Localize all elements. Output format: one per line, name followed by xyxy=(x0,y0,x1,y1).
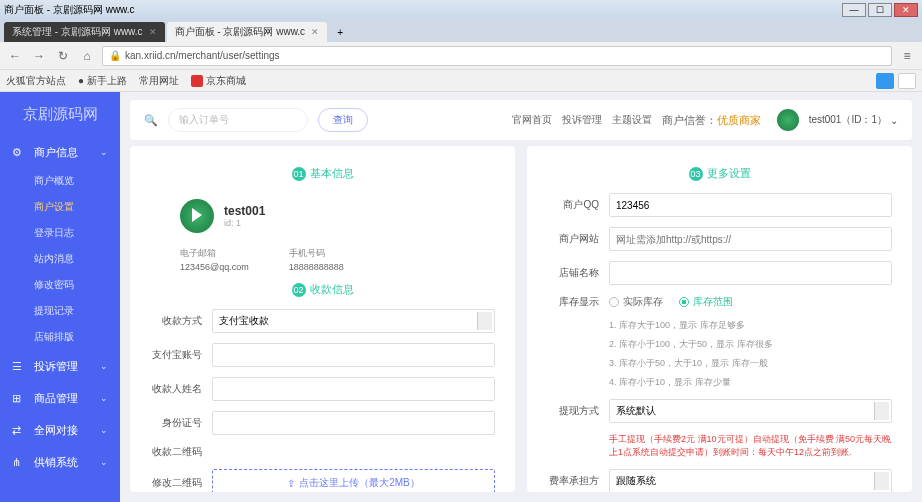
chevron-down-icon: ⌄ xyxy=(890,115,898,126)
sidebar-item-settings[interactable]: 商户设置 xyxy=(0,194,120,220)
reload-button[interactable]: ↻ xyxy=(54,47,72,65)
phone-label: 手机号码 xyxy=(289,247,344,260)
jd-icon xyxy=(191,75,203,87)
list-icon: ☰ xyxy=(12,360,26,373)
ext-badge[interactable] xyxy=(898,73,916,89)
idcard-input[interactable] xyxy=(212,411,495,435)
sidebar: 京剧源码网 ⚙商户信息⌄ 商户概览 商户设置 登录日志 站内消息 修改密码 提现… xyxy=(0,92,120,502)
section-title-more: 03更多设置 xyxy=(547,166,892,181)
radio-stock-range[interactable]: 库存范围 xyxy=(679,295,733,309)
sidebar-group-supply[interactable]: ⋔供销系统⌄ xyxy=(0,446,120,478)
idcard-label: 身份证号 xyxy=(150,416,202,430)
sidebar-item-messages[interactable]: 站内消息 xyxy=(0,246,120,272)
window-title: 商户面板 - 京剧源码网 www.c xyxy=(4,3,135,17)
section-title-basic: 01基本信息 xyxy=(150,166,495,181)
shopname-input[interactable] xyxy=(609,261,892,285)
window-max-button[interactable]: ☐ xyxy=(868,3,892,17)
bookmark-bar: 火狐官方站点 ●新手上路 常用网址 京东商城 xyxy=(0,70,922,92)
bookmark-item[interactable]: ●新手上路 xyxy=(78,74,127,88)
sidebar-item-withdraw-log[interactable]: 提现记录 xyxy=(0,298,120,324)
user-menu[interactable]: test001（ID：1）⌄ xyxy=(809,113,898,127)
sidebar-item-login-log[interactable]: 登录日志 xyxy=(0,220,120,246)
search-icon: 🔍 xyxy=(144,114,158,127)
avatar[interactable] xyxy=(777,109,799,131)
pay-type-select[interactable]: 支付宝收款 xyxy=(212,309,495,333)
alipay-input[interactable] xyxy=(212,343,495,367)
browser-address-bar: ← → ↻ ⌂ 🔒 kan.xriid.cn/merchant/user/set… xyxy=(0,42,922,70)
toplink-complaints[interactable]: 投诉管理 xyxy=(562,113,602,127)
alipay-label: 支付宝账号 xyxy=(150,348,202,362)
feeside-select[interactable]: 跟随系统 xyxy=(609,469,892,492)
tab-close-icon[interactable]: ✕ xyxy=(149,27,157,37)
chevron-down-icon: ⌄ xyxy=(100,425,108,435)
order-search-input[interactable]: 输入订单号 xyxy=(168,108,308,132)
url-input[interactable]: 🔒 kan.xriid.cn/merchant/user/settings xyxy=(102,46,892,66)
tab-title: 商户面板 - 京剧源码网 www.c xyxy=(175,25,306,39)
stock-display-radio-group: 实际库存 库存范围 xyxy=(609,295,892,309)
withdraw-label: 提现方式 xyxy=(547,404,599,418)
sidebar-group-complaints[interactable]: ☰投诉管理⌄ xyxy=(0,350,120,382)
sidebar-group-merchant-info[interactable]: ⚙商户信息⌄ xyxy=(0,136,120,168)
browser-tab[interactable]: 商户面板 - 京剧源码网 www.c ✕ xyxy=(167,22,328,42)
payee-input[interactable] xyxy=(212,377,495,401)
chevron-down-icon: ⌄ xyxy=(100,457,108,467)
browser-tabbar: 系统管理 - 京剧源码网 www.c ✕ 商户面板 - 京剧源码网 www.c … xyxy=(0,20,922,42)
chevron-down-icon: ⌄ xyxy=(100,393,108,403)
withdraw-select[interactable]: 系统默认 xyxy=(609,399,892,423)
site-input[interactable] xyxy=(609,227,892,251)
ext-badge[interactable] xyxy=(876,73,894,89)
home-button[interactable]: ⌂ xyxy=(78,47,96,65)
sidebar-group-integration[interactable]: ⇄全网对接⌄ xyxy=(0,414,120,446)
bookmark-item[interactable]: 常用网址 xyxy=(139,74,179,88)
qr-upload-button[interactable]: ⇪点击这里上传（最大2MB） xyxy=(212,469,495,492)
email-label: 电子邮箱 xyxy=(180,247,249,260)
window-close-button[interactable]: ✕ xyxy=(894,3,918,17)
menu-button[interactable]: ≡ xyxy=(898,47,916,65)
stock-rule: 2. 库存小于100，大于50，显示 库存很多 xyxy=(609,338,892,351)
merchant-logo xyxy=(180,199,214,233)
toplink-home[interactable]: 官网首页 xyxy=(512,113,552,127)
qq-label: 商户QQ xyxy=(547,198,599,212)
forward-button[interactable]: → xyxy=(30,47,48,65)
query-button[interactable]: 查询 xyxy=(318,108,368,132)
section-title-payment: 02收款信息 xyxy=(150,282,495,297)
stock-rule: 3. 库存小于50，大于10，显示 库存一般 xyxy=(609,357,892,370)
email-value: 123456@qq.com xyxy=(180,262,249,272)
sidebar-item-shop-layout[interactable]: 店铺排版 xyxy=(0,324,120,350)
chevron-down-icon: ⌄ xyxy=(100,147,108,157)
sidebar-group-products[interactable]: ⊞商品管理⌄ xyxy=(0,382,120,414)
tab-title: 系统管理 - 京剧源码网 www.c xyxy=(12,25,143,39)
phone-value: 18888888888 xyxy=(289,262,344,272)
back-button[interactable]: ← xyxy=(6,47,24,65)
sidebar-item-password[interactable]: 修改密码 xyxy=(0,272,120,298)
credit-display: 商户信誉：优质商家 xyxy=(662,113,761,128)
site-logo: 京剧源码网 xyxy=(0,92,120,136)
window-min-button[interactable]: — xyxy=(842,3,866,17)
stock-rule: 1. 库存大于100，显示 库存足够多 xyxy=(609,319,892,332)
merchant-id: id: 1 xyxy=(224,218,265,228)
radio-actual-stock[interactable]: 实际库存 xyxy=(609,295,663,309)
sidebar-item-overview[interactable]: 商户概览 xyxy=(0,168,120,194)
upload-icon: ⇪ xyxy=(287,478,295,489)
lock-icon: 🔒 xyxy=(109,50,121,61)
qq-input[interactable] xyxy=(609,193,892,217)
payee-label: 收款人姓名 xyxy=(150,382,202,396)
bookmark-item[interactable]: 京东商城 xyxy=(191,74,246,88)
fork-icon: ⋔ xyxy=(12,456,26,469)
tab-close-icon[interactable]: ✕ xyxy=(311,27,319,37)
qr-edit-label: 修改二维码 xyxy=(150,476,202,490)
bookmark-item[interactable]: 火狐官方站点 xyxy=(6,74,66,88)
grid-icon: ⊞ xyxy=(12,392,26,405)
qr-show-label: 收款二维码 xyxy=(150,445,202,459)
card-basic-payment: 01基本信息 test001 id: 1 电子邮箱123456@qq.com 手… xyxy=(130,146,515,492)
stock-display-label: 库存显示 xyxy=(547,295,599,309)
withdraw-note: 手工提现（手续费2元 满10元可提）自动提现（免手续费 满50元每天晚上1点系统… xyxy=(547,433,892,459)
stock-rule: 4. 库存小于10，显示 库存少量 xyxy=(609,376,892,389)
feeside-label: 费率承担方 xyxy=(547,474,599,488)
url-text: kan.xriid.cn/merchant/user/settings xyxy=(125,50,280,61)
merchant-name: test001 xyxy=(224,204,265,218)
toplink-theme[interactable]: 主题设置 xyxy=(612,113,652,127)
browser-tab[interactable]: 系统管理 - 京剧源码网 www.c ✕ xyxy=(4,22,165,42)
gear-icon: ⚙ xyxy=(12,146,26,159)
new-tab-button[interactable]: + xyxy=(329,22,351,42)
